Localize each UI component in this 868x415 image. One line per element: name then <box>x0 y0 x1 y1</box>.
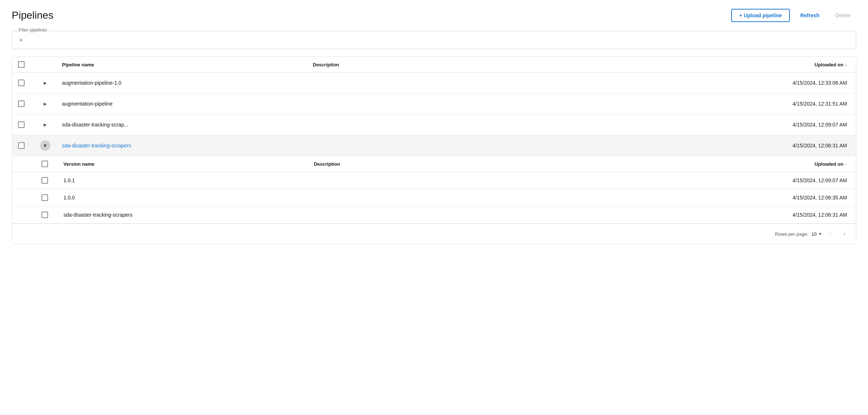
sub-row-1-name: 1.0.1 <box>63 177 306 183</box>
row-4-date: 4/15/2024, 12:06:31 AM <box>792 143 850 148</box>
sub-row-3-date: 4/15/2024, 12:06:31 AM <box>792 212 850 218</box>
sub-header-checkbox-cell <box>41 161 63 167</box>
col-desc-label: Description <box>313 62 339 67</box>
row-4-checkbox[interactable] <box>18 142 25 149</box>
row-1-expand-cell: ▶ <box>40 78 62 88</box>
sub-row-2-name: 1.0.0 <box>63 195 306 201</box>
row-3-checkbox-cell <box>18 121 40 128</box>
header-actions: + Upload pipeline Refresh Delete <box>731 9 856 22</box>
sub-row-3-checkbox[interactable] <box>41 212 48 218</box>
row-1-checkbox[interactable] <box>18 80 25 86</box>
row-2-name: augmentation-pipeline <box>62 101 306 107</box>
chevron-right-icon: ▶ <box>44 102 47 106</box>
upload-pipeline-button[interactable]: + Upload pipeline <box>731 9 790 22</box>
row-4-expand-button[interactable]: ▶ <box>40 140 50 151</box>
sub-table-row: sda-disaster-tracking-scrapers 4/15/2024… <box>12 206 856 224</box>
sub-header-desc-col: Description <box>314 161 814 167</box>
page-title: Pipelines <box>12 10 54 21</box>
row-2-date: 4/15/2024, 12:31:51 AM <box>792 101 850 107</box>
row-3-name: sda-disaster-tracking-scrap... <box>62 122 306 128</box>
header-date-col[interactable]: Uploaded on ↓ <box>814 62 850 67</box>
row-4-name: sda-disaster-tracking-scrapers <box>62 143 306 148</box>
row-2-checkbox-cell <box>18 100 40 107</box>
row-4-checkbox-cell <box>18 142 40 149</box>
sub-table-header: Version name Description Uploaded on ↓ <box>12 156 856 172</box>
row-1-checkbox-cell <box>18 80 40 86</box>
sub-col-date-label: Uploaded on <box>814 161 843 167</box>
pipelines-table: Pipeline name Description Uploaded on ↓ … <box>12 56 856 244</box>
table-row: ▶ sda-disaster-tracking-scrap... 4/15/20… <box>12 114 856 135</box>
table-row: ▶ augmentation-pipeline-1.0 4/15/2024, 1… <box>12 73 856 93</box>
rows-per-page-label: Rows per page: <box>775 231 809 237</box>
header-checkbox-cell <box>18 61 40 68</box>
row-3-expand-cell: ▶ <box>40 120 62 130</box>
row-4-expand-cell: ▶ <box>40 140 62 151</box>
row-2-expand-button[interactable]: ▶ <box>40 99 50 109</box>
sub-sort-icon: ↓ <box>845 161 847 166</box>
sub-row-1-name-text: 1.0.1 <box>63 177 75 183</box>
sub-header-date-col[interactable]: Uploaded on ↓ <box>814 161 850 167</box>
row-3-date: 4/15/2024, 12:09:07 AM <box>792 122 850 128</box>
header-name-col: Pipeline name <box>62 62 313 67</box>
table-row-expanded: ▶ sda-disaster-tracking-scrapers 4/15/20… <box>12 135 856 156</box>
sub-col-desc-label: Description <box>314 161 340 167</box>
table-header-row: Pipeline name Description Uploaded on ↓ <box>12 57 856 73</box>
sub-row-3-name: sda-disaster-tracking-scrapers <box>63 212 306 218</box>
sub-row-2-date: 4/15/2024, 12:06:35 AM <box>792 195 850 201</box>
page-header: Pipelines + Upload pipeline Refresh Dele… <box>12 9 856 22</box>
row-2-expand-cell: ▶ <box>40 99 62 109</box>
row-1-expand-button[interactable]: ▶ <box>40 78 50 88</box>
rows-per-page-value: 10 <box>812 231 817 237</box>
row-1-date: 4/15/2024, 12:33:06 AM <box>792 80 850 86</box>
col-name-label: Pipeline name <box>62 62 94 67</box>
delete-button: Delete <box>830 10 856 21</box>
row-1-name: augmentation-pipeline-1.0 <box>62 80 306 86</box>
sub-header-name-col: Version name <box>63 161 314 167</box>
sort-icon: ↓ <box>845 62 847 67</box>
sub-row-1-checkbox[interactable] <box>41 177 48 184</box>
table-footer: Rows per page: 10 ▼ ‹ › <box>12 224 856 244</box>
prev-page-button[interactable]: ‹ <box>825 228 836 239</box>
table-row: ▶ augmentation-pipeline 4/15/2024, 12:31… <box>12 93 856 114</box>
sub-col-name-label: Version name <box>63 161 95 167</box>
chevron-down-icon: ▶ <box>43 144 48 147</box>
next-page-button[interactable]: › <box>839 228 850 239</box>
sub-row-1-checkbox-cell <box>41 177 63 184</box>
select-all-checkbox[interactable] <box>18 61 25 68</box>
sub-row-1-date: 4/15/2024, 12:09:07 AM <box>792 177 850 183</box>
sub-row-3-checkbox-cell <box>41 212 63 218</box>
sub-row-3-name-text: sda-disaster-tracking-scrapers <box>63 212 132 218</box>
sub-row-2-checkbox[interactable] <box>41 194 48 201</box>
chevron-right-icon: ▶ <box>44 81 47 85</box>
sub-table-row: 1.0.1 4/15/2024, 12:09:07 AM <box>12 172 856 189</box>
filter-section: Filter pipelines ≡ <box>12 31 856 49</box>
sub-row-2-name-text: 1.0.0 <box>63 195 75 201</box>
sub-table-row: 1.0.0 4/15/2024, 12:06:35 AM <box>12 189 856 206</box>
sub-select-all-checkbox[interactable] <box>41 161 48 167</box>
rows-per-page-dropdown-icon[interactable]: ▼ <box>818 232 822 236</box>
row-3-checkbox[interactable] <box>18 121 25 128</box>
row-1-name-text: augmentation-pipeline-1.0 <box>62 80 121 86</box>
chevron-right-icon: ▶ <box>44 122 47 127</box>
row-4-name-link[interactable]: sda-disaster-tracking-scrapers <box>62 143 131 148</box>
rows-per-page-control: 10 ▼ <box>812 231 822 237</box>
row-2-checkbox[interactable] <box>18 100 25 107</box>
row-3-name-text: sda-disaster-tracking-scrap... <box>62 122 128 128</box>
filter-label: Filter pipelines <box>17 27 48 33</box>
row-2-name-text: augmentation-pipeline <box>62 101 113 107</box>
col-date-label: Uploaded on <box>814 62 843 67</box>
row-3-expand-button[interactable]: ▶ <box>40 120 50 130</box>
refresh-button[interactable]: Refresh <box>794 10 825 21</box>
filter-icon: ≡ <box>19 37 22 43</box>
sub-row-2-checkbox-cell <box>41 194 63 201</box>
header-desc-col: Description <box>313 62 815 67</box>
